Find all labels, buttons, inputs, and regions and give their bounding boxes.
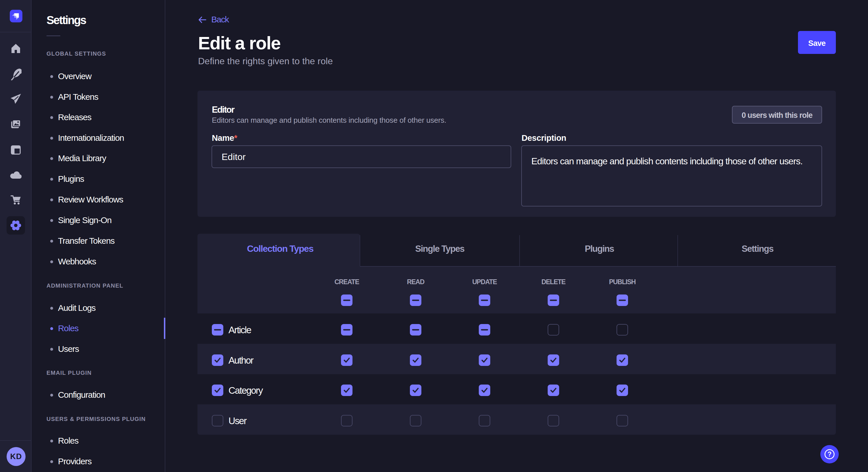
svg-text:?: ? bbox=[828, 450, 832, 458]
